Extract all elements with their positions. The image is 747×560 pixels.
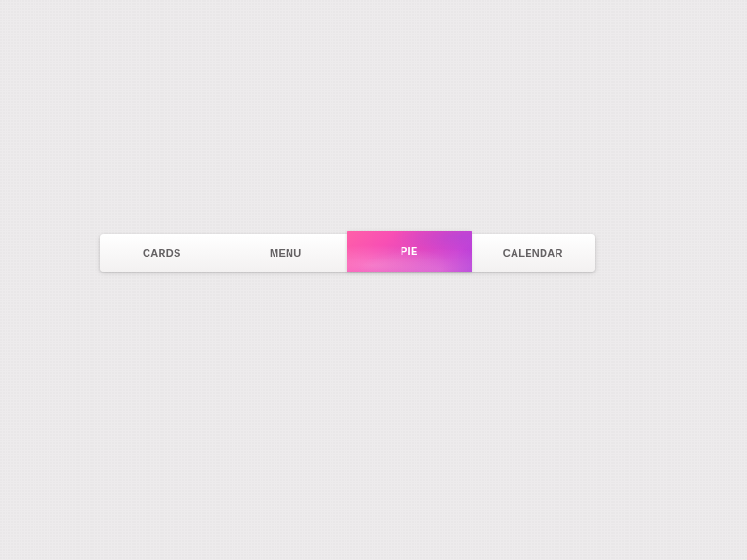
tab-menu[interactable]: Menu — [224, 234, 348, 272]
tab-label: Menu — [270, 247, 302, 259]
tab-calendar[interactable]: Calendar — [472, 234, 596, 272]
tab-label: Calendar — [503, 247, 563, 259]
tab-label: Cards — [143, 247, 181, 259]
tab-navigation: Cards Menu Pie Calendar — [100, 234, 595, 272]
tab-cards[interactable]: Cards — [100, 234, 224, 272]
tab-pie[interactable]: Pie — [347, 231, 472, 272]
tab-label: Pie — [401, 245, 418, 257]
